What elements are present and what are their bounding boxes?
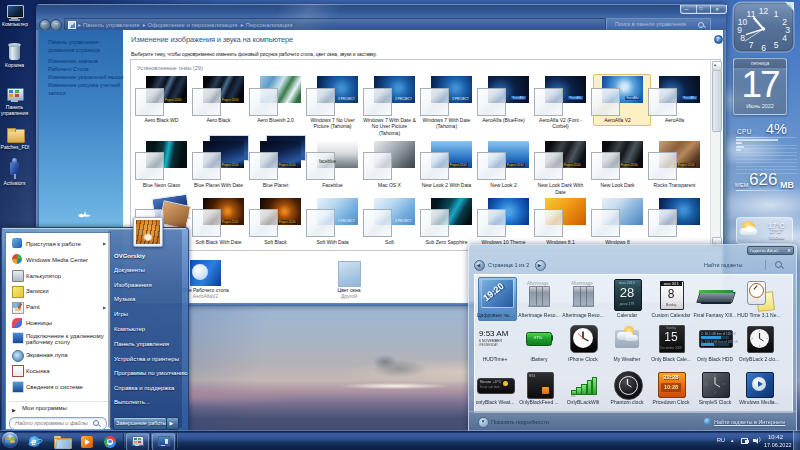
svg-text:4: 4 bbox=[782, 33, 787, 43]
svg-text:6: 6 bbox=[761, 43, 766, 53]
svg-text:5: 5 bbox=[774, 40, 779, 50]
svg-text:12: 12 bbox=[759, 6, 769, 16]
svg-text:7: 7 bbox=[749, 40, 754, 50]
svg-text:1: 1 bbox=[774, 9, 779, 19]
svg-text:♺: ♺ bbox=[787, 3, 791, 9]
